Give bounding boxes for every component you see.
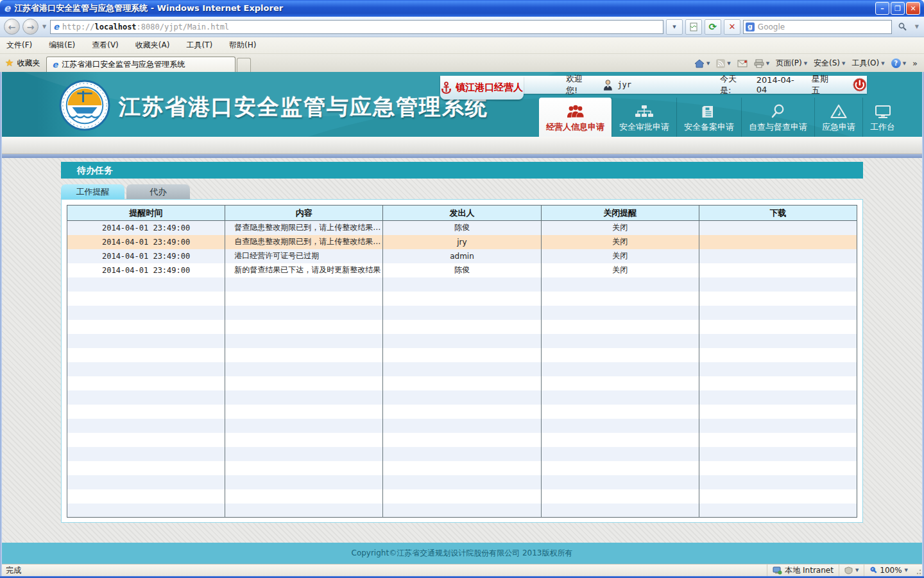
ie-logo-icon: e (4, 3, 10, 14)
new-tab-button[interactable] (237, 58, 251, 72)
zone-indicator: 本地 Intranet (767, 565, 839, 576)
people-icon (565, 105, 586, 119)
menu-file[interactable]: 文件(F) (6, 40, 32, 51)
current-date: 2014-04-04 (757, 75, 804, 94)
address-dropdown-button[interactable]: ▼ (666, 19, 683, 35)
safety-menu-button[interactable]: 安全(S)▼ (814, 58, 845, 69)
resize-grip[interactable] (913, 565, 922, 576)
print-button[interactable]: ▼ (754, 59, 769, 68)
read-mail-button[interactable] (737, 60, 748, 67)
status-bar: 完成 本地 Intranet ▼ 🔍︎ 100% ▼ (2, 564, 922, 576)
favorites-button[interactable]: ★ 收藏夹 (0, 57, 46, 72)
nav-safety-approval[interactable]: 安全审批申请 (612, 98, 676, 137)
tab-bar: ★ 收藏夹 e 江苏省港口安全监管与应急管理系统 ▼ ▼ (0, 54, 924, 72)
restore-button[interactable]: ❐ (891, 2, 905, 15)
forward-button[interactable]: → (22, 19, 38, 35)
menu-tools[interactable]: 工具(T) (186, 40, 212, 51)
empty-table-row (67, 461, 857, 475)
refresh-button[interactable]: ⟳ (705, 19, 721, 35)
logout-power-button[interactable] (853, 78, 867, 92)
close-reminder-link[interactable]: 关闭 (612, 223, 628, 232)
empty-table-row (67, 489, 857, 504)
feeds-button[interactable]: ▼ (716, 59, 730, 68)
site-header: 江苏省港口安全监管与应急管理系统 镇江港口经营人 欢迎您! jyr 今天是: 2 (2, 72, 922, 137)
nav-workbench[interactable]: 工作台 (862, 98, 902, 137)
menu-help[interactable]: 帮助(H) (229, 40, 256, 51)
menu-favorites[interactable]: 收藏夹(A) (135, 40, 170, 51)
search-box[interactable]: g (743, 20, 892, 34)
username: jyr (617, 80, 631, 89)
nav-safety-filing[interactable]: 安全备案申请 (676, 98, 741, 137)
close-reminder-link[interactable]: 关闭 (612, 237, 628, 246)
protected-mode-button[interactable]: ▼ (839, 565, 864, 576)
secondary-nav-strip (2, 137, 922, 154)
cell-download (699, 263, 857, 277)
empty-table-row (67, 277, 857, 292)
empty-table-row (67, 348, 857, 362)
menu-edit[interactable]: 编辑(E) (49, 40, 75, 51)
cell-sender: 陈俊 (383, 263, 541, 277)
cell-time: 2014-04-01 23:49:00 (67, 249, 225, 263)
cell-content: 港口经营许可证号已过期 (225, 249, 383, 263)
stop-button[interactable]: ✕ (724, 19, 740, 35)
protected-mode-icon (844, 566, 853, 574)
workbench-icon (875, 105, 891, 119)
col-close-reminder: 关闭提醒 (541, 206, 699, 221)
magnifier-icon (771, 103, 786, 119)
help-button[interactable]: ?▼ (891, 58, 906, 68)
menu-view[interactable]: 查看(V) (92, 40, 119, 51)
cell-download (699, 221, 857, 235)
search-button[interactable] (894, 19, 911, 35)
home-button[interactable]: ▼ (694, 59, 710, 68)
sitemap-icon (635, 105, 654, 119)
search-dropdown-icon[interactable]: ▼ (915, 24, 919, 30)
tools-menu-button[interactable]: 工具(O)▼ (851, 58, 884, 69)
reminder-table: 提醒时间 内容 发出人 关闭提醒 下载 2014-04-01 23:49:00 … (67, 205, 857, 518)
panel-tabs: 工作提醒 代办 (61, 184, 863, 199)
tab-work-reminder[interactable]: 工作提醒 (61, 184, 124, 199)
main-content: 待办任务 工作提醒 代办 提醒时间 内容 发出人 关闭提醒 下载 2 (2, 158, 922, 543)
minimize-button[interactable]: – (875, 2, 889, 15)
empty-table-row (67, 320, 857, 334)
warning-icon (830, 104, 847, 119)
nav-emergency[interactable]: 应急申请 (814, 98, 862, 137)
address-toolbar: ← → ▼ e http://localhost:8080/yjpt/Main.… (0, 17, 924, 37)
zone-label: 本地 Intranet (785, 565, 834, 576)
compatibility-view-button[interactable] (685, 19, 702, 35)
close-reminder-link[interactable]: 关闭 (612, 265, 628, 274)
system-title: 江苏省港口安全监管与应急管理系统 (119, 92, 488, 122)
page-tab[interactable]: e 江苏省港口安全监管与应急管理系统 (46, 57, 235, 72)
user-strip-items: 欢迎您! jyr 今天是: 2014-04-04 星期五 (440, 76, 867, 94)
address-bar[interactable]: e http://localhost:8080/yjpt/Main.html (50, 20, 663, 34)
cell-download (699, 235, 857, 249)
compatibility-icon (689, 22, 698, 31)
overflow-chevron-icon[interactable]: » (912, 58, 918, 68)
copyright-footer: Copyright©江苏省交通规划设计院股份有限公司 2013版权所有 (2, 543, 922, 564)
page-menu-button[interactable]: 页面(P)▼ (776, 58, 807, 69)
empty-table-row (67, 475, 857, 489)
table-row: 2014-04-01 23:49:00 新的督查结果已下达，请及时更新整改结果 … (67, 263, 857, 277)
close-button[interactable]: ✕ (906, 2, 920, 15)
search-icon (898, 22, 907, 31)
star-icon: ★ (5, 57, 13, 69)
intranet-computer-icon (773, 566, 782, 575)
back-button[interactable]: ← (4, 19, 20, 35)
empty-table-row (67, 362, 857, 376)
zoom-level: 100% (880, 566, 902, 575)
history-dropdown-icon[interactable]: ▼ (42, 24, 46, 30)
current-weekday: 星期五 (812, 73, 836, 96)
mail-icon (737, 60, 748, 67)
zoom-control[interactable]: 🔍︎ 100% ▼ (864, 565, 913, 576)
cell-time: 2014-04-01 23:49:00 (67, 263, 225, 277)
nav-operator-info[interactable]: 经营人信息申请 (539, 98, 612, 137)
search-input[interactable] (758, 22, 889, 31)
tab-todo[interactable]: 代办 (126, 184, 190, 199)
empty-table-row (67, 419, 857, 433)
url-path: :8080/yjpt/Main.html (137, 22, 230, 31)
close-reminder-link[interactable]: 关闭 (612, 251, 628, 260)
col-content: 内容 (225, 206, 383, 221)
favorites-label: 收藏夹 (17, 58, 40, 69)
col-sender: 发出人 (383, 206, 541, 221)
nav-self-inspection[interactable]: 自查与督查申请 (741, 98, 814, 137)
zoom-icon: 🔍︎ (869, 566, 877, 575)
